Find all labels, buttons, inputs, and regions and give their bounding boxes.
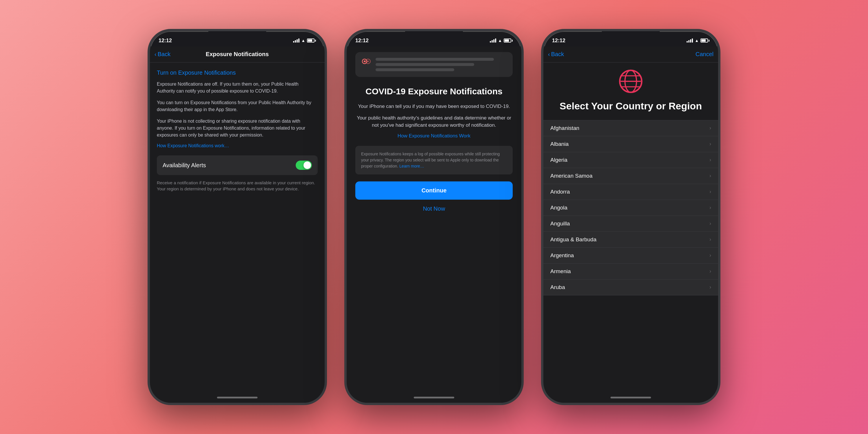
status-icons-1: ▲ [293,38,316,43]
chevron-right-icon: › [709,157,711,163]
country-name-aruba: Aruba [550,284,565,290]
country-item-aruba[interactable]: Aruba › [544,279,718,296]
status-icons-2: ▲ [490,38,513,43]
time-3: 12:12 [552,38,565,44]
chevron-right-icon: › [709,284,711,290]
country-item-american-samoa[interactable]: American Samoa › [544,168,718,184]
disclaimer-main: Exposure Notifications keeps a log of po… [361,152,500,168]
country-name-afghanistan: Afghanistan [550,125,579,131]
country-name-argentina: Argentina [550,252,574,259]
phone-1: 12:12 ▲ ‹ Back Exposure Notifications T [148,29,327,405]
chevron-right-icon: › [709,237,711,243]
phone2-content: COVID-19 Exposure Notifications Your iPh… [347,46,521,392]
status-icons-3: ▲ [687,38,709,43]
country-name-angola: Angola [550,205,567,211]
phone-notch [208,31,266,40]
country-name-american-samoa: American Samoa [550,173,593,179]
chevron-right-icon: › [709,268,711,274]
chevron-right-icon: › [709,205,711,211]
cancel-button-3[interactable]: Cancel [695,51,713,58]
battery-icon-2 [504,38,513,42]
screen-3: ‹ Back Cancel Select Your Country or Reg… [544,46,718,403]
svg-point-1 [364,60,365,62]
chevron-right-icon: › [709,252,711,258]
country-item-argentina[interactable]: Argentina › [544,248,718,264]
battery-icon-3 [701,38,709,42]
home-bar-3 [611,397,651,398]
country-name-algeria: Algeria [550,157,567,163]
home-indicator-1 [150,392,324,403]
screen-1: ‹ Back Exposure Notifications Turn on Ex… [150,46,324,403]
country-item-algeria[interactable]: Algeria › [544,152,718,168]
not-now-button[interactable]: Not Now [423,206,445,212]
nav-title-1: Exposure Notifications [206,51,269,58]
home-indicator-2 [347,392,521,403]
notif-line-2 [376,63,474,66]
availability-alerts-toggle[interactable] [296,161,312,170]
toggle-description: Receive a notification if Exposure Notif… [157,180,318,192]
back-button-3[interactable]: ‹ Back [548,51,564,58]
phone-2: 12:12 ▲ [344,29,524,405]
country-name-andorra: Andorra [550,189,570,195]
turn-on-link[interactable]: Turn on Exposure Notifications [157,69,318,76]
availability-alerts-row: Availability Alerts [157,155,318,175]
svg-point-3 [367,60,369,62]
country-name-antigua: Antigua & Barbuda [550,237,597,243]
phone2-body-1: Your iPhone can tell you if you may have… [358,103,510,110]
country-item-angola[interactable]: Angola › [544,200,718,216]
phone2-disclaimer-text: Exposure Notifications keeps a log of po… [361,152,500,168]
country-item-anguilla[interactable]: Anguilla › [544,216,718,232]
screen-2: COVID-19 Exposure Notifications Your iPh… [347,46,521,403]
phone3-main-title: Select Your Country or Region [551,100,711,112]
globe-icon [618,68,644,94]
signal-icon-2 [490,38,496,42]
home-bar-1 [217,397,257,398]
phone-notch-2 [405,31,463,40]
back-label-3: Back [551,51,564,58]
phone2-body-2: Your public health authority's guideline… [355,114,513,129]
country-name-albania: Albania [550,141,568,147]
signal-icon-1 [293,38,300,42]
notif-line-3 [376,68,454,71]
how-notifications-link[interactable]: How Exposure Notifications work… [157,143,318,148]
notif-line-1 [376,58,494,61]
continue-button[interactable]: Continue [355,181,513,199]
home-indicator-3 [544,392,718,403]
chevron-right-icon: › [709,220,711,226]
country-item-antigua[interactable]: Antigua & Barbuda › [544,232,718,248]
chevron-left-icon-3: ‹ [548,51,550,58]
notification-illustration [355,52,513,77]
country-item-armenia[interactable]: Armenia › [544,264,718,279]
chevron-right-icon: › [709,125,711,131]
country-item-andorra[interactable]: Andorra › [544,184,718,200]
phone-notch-3 [602,31,660,40]
nav-bar-3: ‹ Back Cancel [544,46,718,62]
nav-bar-1: ‹ Back Exposure Notifications [150,46,324,62]
chevron-left-icon-1: ‹ [155,51,157,58]
settings-para-3: Your iPhone is not collecting or sharing… [157,118,318,138]
country-item-afghanistan[interactable]: Afghanistan › [544,120,718,136]
phone2-main-title: COVID-19 Exposure Notifications [365,86,502,97]
time-2: 12:12 [355,38,369,44]
signal-icon-3 [687,38,693,42]
phone-3: 12:12 ▲ ‹ Back Cancel [541,29,720,405]
wifi-icon-2: ▲ [498,38,502,43]
back-button-1[interactable]: ‹ Back [155,51,170,58]
exposure-icon [361,58,372,68]
back-label-1: Back [158,51,170,58]
wifi-icon-3: ▲ [695,38,699,43]
wifi-icon-1: ▲ [301,38,305,43]
phone2-how-link[interactable]: How Exposure Notifications Work [398,133,470,139]
country-name-anguilla: Anguilla [550,220,570,227]
toggle-label: Availability Alerts [163,162,206,169]
time-1: 12:12 [159,38,172,44]
country-list: Afghanistan › Albania › Algeria › Americ… [544,120,718,392]
settings-para-1: Exposure Notifications are off. If you t… [157,81,318,95]
country-item-albania[interactable]: Albania › [544,136,718,152]
settings-para-2: You can turn on Exposure Notifications f… [157,99,318,113]
phone3-content: Select Your Country or Region Afghanista… [544,62,718,392]
settings-content: Turn on Exposure Notifications Exposure … [150,62,324,392]
learn-more-link[interactable]: Learn more… [399,164,424,168]
chevron-right-icon: › [709,189,711,195]
home-bar-2 [414,397,454,398]
